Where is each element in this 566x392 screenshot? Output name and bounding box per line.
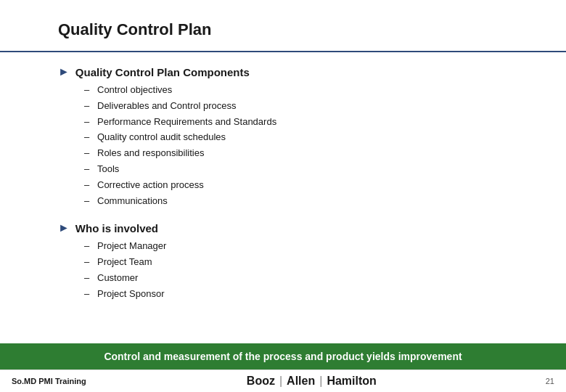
item-text: Corrective action process [97, 178, 204, 193]
dash: – [84, 162, 91, 177]
list-item: – Customer [84, 271, 508, 286]
footer-branding: So.MD PMI Training [12, 377, 86, 385]
item-text: Project Manager [97, 239, 166, 254]
dash: – [84, 130, 91, 145]
item-text: Communications [97, 194, 168, 209]
dash: – [84, 287, 91, 302]
section2-header: ► Who is involved [58, 221, 508, 234]
dash: – [84, 146, 91, 161]
logo-part3: Hamilton [327, 375, 376, 388]
list-item: – Performance Requirements and Standards [84, 115, 508, 130]
item-text: Control objectives [97, 83, 172, 98]
item-text: Performance Requirements and Standards [97, 115, 276, 130]
list-item: – Quality control audit schedules [84, 130, 508, 145]
list-item: – Communications [84, 194, 508, 209]
item-text: Deliverables and Control process [97, 99, 236, 114]
dash: – [84, 178, 91, 193]
item-text: Quality control audit schedules [97, 130, 226, 145]
page-number: 21 [537, 377, 554, 385]
section2-list: – Project Manager – Project Team – Custo… [58, 239, 508, 301]
dash: – [84, 115, 91, 130]
list-item: – Project Manager [84, 239, 508, 254]
section2-title: Who is involved [75, 222, 158, 234]
section1-list: – Control objectives – Deliverables and … [58, 83, 508, 208]
list-item: – Roles and responsibilities [84, 146, 508, 161]
logo-part1: Booz [247, 375, 275, 388]
slide: Quality Control Plan ► Quality Control P… [0, 0, 566, 392]
list-item: – Project Team [84, 255, 508, 270]
slide-content: ► Quality Control Plan Components – Cont… [0, 52, 566, 343]
section1-header: ► Quality Control Plan Components [58, 65, 508, 78]
logo-part2: Allen [287, 375, 315, 388]
dash: – [84, 239, 91, 254]
list-item: – Control objectives [84, 83, 508, 98]
slide-footer: So.MD PMI Training Booz | Allen | Hamilt… [0, 369, 566, 392]
footer-banner: Control and measurement of the process a… [0, 343, 566, 369]
item-text: Roles and responsibilities [97, 146, 204, 161]
dash: – [84, 194, 91, 209]
item-text: Project Sponsor [97, 287, 165, 302]
list-item: – Corrective action process [84, 178, 508, 193]
section-who: ► Who is involved – Project Manager – Pr… [58, 221, 508, 301]
dash: – [84, 83, 91, 98]
dash: – [84, 271, 91, 286]
section-qcp: ► Quality Control Plan Components – Cont… [58, 65, 508, 208]
logo-sep1: | [279, 375, 282, 388]
list-item: – Project Sponsor [84, 287, 508, 302]
item-text: Customer [97, 271, 138, 286]
dash: – [84, 255, 91, 270]
slide-title: Quality Control Plan [0, 0, 566, 52]
section1-arrow: ► [58, 65, 70, 78]
section2-arrow: ► [58, 221, 70, 234]
dash: – [84, 99, 91, 114]
item-text: Tools [97, 162, 119, 177]
logo-sep2: | [319, 375, 322, 388]
section1-title: Quality Control Plan Components [75, 66, 250, 78]
list-item: – Deliverables and Control process [84, 99, 508, 114]
list-item: – Tools [84, 162, 508, 177]
item-text: Project Team [97, 255, 152, 270]
logo: Booz | Allen | Hamilton [247, 375, 377, 388]
